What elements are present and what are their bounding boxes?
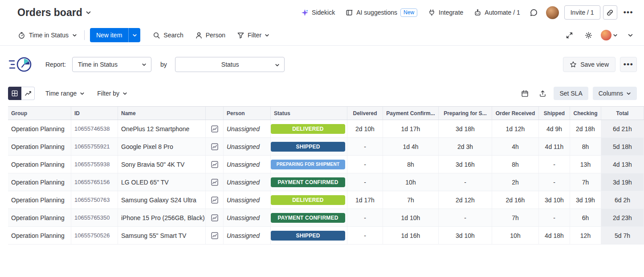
board-views-dropdown[interactable]: Time in Status — [13, 29, 82, 42]
calendar-button[interactable] — [518, 87, 531, 100]
item-name[interactable]: Google Pixel 8 Pro — [121, 143, 173, 150]
grid-view-button[interactable] — [8, 87, 21, 100]
total-cell: 3d 19h — [601, 173, 644, 191]
table-row[interactable]: Operation Planning 10655755938 Sony Brav… — [8, 156, 644, 173]
save-view-button[interactable]: Save view — [563, 57, 615, 72]
col-header-delivered[interactable]: Delivered — [347, 107, 383, 120]
col-header-name[interactable]: Name — [118, 107, 206, 120]
columns-button[interactable]: Columns — [593, 87, 637, 100]
status-pill[interactable]: PAYMENT CONFIRMED — [271, 177, 345, 187]
status-pill[interactable]: SHIPPED — [271, 142, 345, 152]
table-row[interactable]: Operation Planning 10655765156 LG OLED 6… — [8, 173, 644, 191]
col-header-id[interactable]: ID — [71, 107, 118, 120]
status-pill[interactable]: SHIPPED — [271, 231, 345, 241]
col-header-person[interactable]: Person — [224, 107, 271, 120]
set-sla-button[interactable]: Set SLA — [554, 87, 588, 100]
integrate-button[interactable]: Integrate — [424, 6, 467, 19]
automate-button[interactable]: Automate / 1 — [470, 6, 524, 19]
calendar-icon — [521, 90, 529, 97]
item-name[interactable]: iPhone 15 Pro (256GB, Black) — [121, 214, 205, 221]
col-header-shipped[interactable]: Shipped — [539, 107, 570, 120]
col-header-payment[interactable]: Payment Confirm... — [383, 107, 439, 120]
time-cell-payment: 1d 17h — [383, 120, 439, 137]
filter-by-dropdown[interactable]: Filter by — [93, 87, 132, 100]
time-cell-order-received: 4h — [492, 138, 539, 155]
new-item-caret[interactable] — [128, 28, 140, 42]
search-button[interactable]: Search — [148, 29, 187, 42]
collapse-header-button[interactable] — [624, 28, 637, 42]
stopwatch-icon — [18, 32, 25, 39]
person-value[interactable]: Unassigned — [227, 197, 260, 204]
time-cell-delivered: - — [347, 156, 383, 173]
board-menu-chevron-icon[interactable] — [86, 10, 91, 16]
item-chart-icon[interactable] — [211, 232, 219, 240]
item-chart-icon[interactable] — [211, 125, 219, 133]
item-id: 10655746538 — [74, 125, 110, 132]
save-view-label: Save view — [580, 61, 609, 68]
col-header-group[interactable]: Group — [8, 107, 71, 120]
item-name[interactable]: Samsung 55" Smart TV — [121, 232, 186, 239]
time-range-dropdown[interactable]: Time range — [41, 87, 89, 100]
status-pill[interactable]: DELIVERED — [271, 124, 345, 134]
person-value[interactable]: Unassigned — [227, 179, 260, 186]
new-item-label[interactable]: New item — [90, 28, 128, 42]
item-name[interactable]: OnePlus 12 Smartphone — [121, 125, 189, 132]
board-more-options-button[interactable]: ••• — [620, 6, 637, 19]
fullscreen-button[interactable] — [562, 28, 576, 42]
item-chart-icon[interactable] — [211, 178, 219, 186]
filter-button[interactable]: Filter — [232, 29, 274, 42]
board-link-button[interactable] — [603, 5, 617, 20]
chat-bubble-icon — [530, 8, 538, 17]
person-value[interactable]: Unassigned — [227, 232, 260, 239]
person-value[interactable]: Unassigned — [227, 143, 260, 150]
table-row[interactable]: Operation Planning 10655755921 Google Pi… — [8, 138, 644, 156]
user-avatar[interactable] — [546, 6, 559, 19]
person-value[interactable]: Unassigned — [227, 214, 260, 221]
person-value[interactable]: Unassigned — [227, 125, 260, 132]
item-name[interactable]: Samsung Galaxy S24 Ultra — [121, 197, 196, 204]
chart-view-button[interactable] — [21, 87, 35, 100]
time-cell-payment: 1d 10h — [383, 209, 439, 226]
col-header-total[interactable]: Total — [601, 107, 644, 120]
col-header-checking[interactable]: Checking — [570, 107, 601, 120]
sidekick-button[interactable]: Sidekick — [297, 6, 339, 19]
table-row[interactable]: Operation Planning 10655750763 Samsung G… — [8, 191, 644, 209]
invite-button[interactable]: Invite / 1 — [564, 5, 600, 20]
time-cell-preparing: 2d 12h — [439, 191, 492, 209]
item-chart-icon[interactable] — [211, 143, 219, 151]
item-chart-icon[interactable] — [211, 214, 219, 222]
item-name[interactable]: LG OLED 65" TV — [121, 179, 169, 186]
time-cell-payment: 10h — [383, 173, 439, 191]
automate-robot-icon — [474, 9, 481, 16]
time-range-label: Time range — [45, 90, 77, 97]
table-row[interactable]: Operation Planning 10655750526 Samsung 5… — [8, 227, 644, 245]
time-cell-delivered: - — [347, 209, 383, 226]
new-item-button[interactable]: New item — [90, 28, 140, 42]
ai-suggestions-button[interactable]: AI suggestions New — [342, 6, 421, 20]
col-header-preparing[interactable]: Preparing for S... — [439, 107, 492, 120]
report-more-button[interactable]: ••• — [620, 57, 637, 72]
report-by-select[interactable]: Status — [175, 57, 285, 72]
ellipsis-icon: ••• — [624, 60, 633, 69]
item-chart-icon[interactable] — [211, 161, 219, 169]
updates-button[interactable] — [527, 6, 541, 20]
product-avatar-dropdown[interactable] — [601, 30, 618, 40]
status-pill[interactable]: PAYMENT CONFIRMED — [271, 213, 345, 223]
col-header-status[interactable]: Status — [271, 107, 347, 120]
table-row[interactable]: Operation Planning 10655746538 OnePlus 1… — [8, 120, 644, 138]
time-cell-order-received: 8h — [492, 156, 539, 173]
time-cell-preparing: 2d 3h — [439, 138, 492, 155]
settings-button[interactable] — [582, 28, 595, 42]
person-filter-button[interactable]: Person — [191, 29, 230, 42]
time-in-status-logo — [8, 55, 34, 74]
export-button[interactable] — [536, 87, 549, 100]
status-pill[interactable]: DELIVERED — [271, 195, 345, 205]
item-chart-icon[interactable] — [211, 196, 219, 204]
person-value[interactable]: Unassigned — [227, 161, 260, 168]
col-header-order-received[interactable]: Order Received — [492, 107, 539, 120]
report-type-select[interactable]: Time in Status — [72, 57, 151, 72]
automate-label: Automate / 1 — [485, 9, 520, 16]
item-name[interactable]: Sony Bravia 50" 4K TV — [121, 161, 184, 168]
status-pill[interactable]: PREPARING FOR SHIPMENT — [271, 160, 345, 169]
table-row[interactable]: Operation Planning 10655765350 iPhone 15… — [8, 209, 644, 227]
